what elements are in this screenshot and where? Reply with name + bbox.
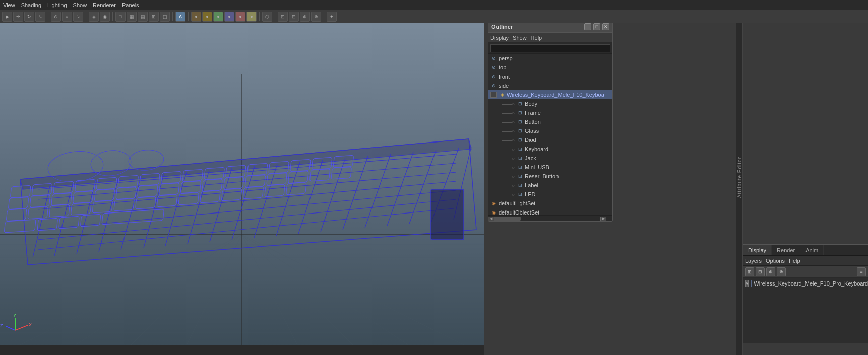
toolbar-btn-cam2[interactable]: ⊟ (289, 12, 299, 22)
layer-tab-display[interactable]: Display (743, 245, 772, 255)
layer-toolbar-btn-2[interactable]: ⊟ (756, 267, 765, 276)
mesh-icon: ⊡ (517, 155, 524, 162)
outliner-item[interactable]: −◈Wireless_Keyboard_Mele_F10_Keyboa (488, 90, 612, 99)
toolbar-btn-move[interactable]: ✛ (13, 12, 23, 22)
outliner-minimize-btn[interactable]: _ (584, 23, 591, 30)
layer-tab-anim[interactable]: Anim (800, 245, 824, 255)
item-label: Reser_Button (525, 173, 559, 179)
menu-lighting[interactable]: Lighting (47, 2, 67, 8)
mesh-icon: ⊡ (517, 164, 524, 171)
attribute-editor-tab[interactable]: Attribute Editor (736, 0, 743, 355)
layer-list[interactable]: VWireless_Keyboard_Mele_F10_Pro_Keyboard… (743, 278, 868, 343)
menu-view[interactable]: View (3, 2, 15, 8)
toolbar-sep-4 (172, 12, 173, 21)
outliner-menu-display[interactable]: Display (490, 35, 509, 41)
toolbar-btn-cam3[interactable]: ⊕ (300, 12, 310, 22)
outliner-item[interactable]: ——○⊡Button (488, 117, 612, 126)
group-icon: ◈ (499, 91, 506, 98)
menu-show[interactable]: Show (73, 2, 87, 8)
outliner-item[interactable]: ——○⊡Diod (488, 135, 612, 145)
toolbar-btn-cam4[interactable]: ⊗ (311, 12, 321, 22)
layer-editor-toolbar: ⊞ ⊟ ⊕ ⊗ ≡ (743, 266, 868, 278)
outliner-item[interactable]: ——○⊡Jack (488, 154, 612, 163)
layer-menu-help[interactable]: Help (789, 258, 800, 264)
outliner-item[interactable]: ——○⊡Frame (488, 108, 612, 117)
toolbar-btn-light1[interactable]: ● (191, 12, 201, 22)
outliner-item[interactable]: ——○⊡Reser_Button (488, 172, 612, 181)
mesh-icon: ⊡ (517, 191, 524, 198)
outliner-scrollbar-h[interactable]: ▶ ◀ (488, 215, 612, 221)
toolbar-btn-light6[interactable]: ● (246, 12, 257, 22)
layer-checkbox[interactable]: V (745, 280, 749, 287)
outliner-menu-show[interactable]: Show (513, 35, 527, 41)
menu-renderer[interactable]: Renderer (93, 2, 116, 8)
outliner-item[interactable]: ——○⊡Keyboard (488, 145, 612, 154)
toolbar-btn-rotate[interactable]: ↻ (24, 12, 34, 22)
outliner-panel: Outliner _ □ ✕ Display Show Help ⊙persp⊙… (488, 20, 613, 222)
toolbar-btn-curve[interactable]: ∿ (73, 12, 83, 22)
toolbar-btn-obj[interactable]: ⬡ (262, 12, 272, 22)
layer-item[interactable]: VWireless_Keyboard_Mele_F10_Pro_Keyboard… (743, 278, 868, 289)
outliner-maximize-btn[interactable]: □ (593, 23, 600, 30)
item-label: Glass (525, 128, 539, 134)
layer-toolbar-btn-5[interactable]: ≡ (857, 267, 866, 276)
toolbar-btn-light5[interactable]: ● (235, 12, 245, 22)
menu-panels[interactable]: Panels (122, 2, 139, 8)
mesh-icon: ⊡ (517, 118, 524, 125)
outliner-item[interactable]: ——○⊡Label (488, 181, 612, 190)
menu-shading[interactable]: Shading (21, 2, 41, 8)
toolbar-sep-7 (275, 12, 275, 21)
toolbar-btn-cam[interactable]: ⊡ (278, 12, 288, 22)
toolbar-btn-grid[interactable]: # (62, 12, 72, 22)
expand-icon[interactable]: − (490, 92, 497, 98)
toolbar-btn-snap[interactable]: ⊙ (51, 12, 61, 22)
outliner-item[interactable]: ◉defaultLightSet (488, 199, 612, 208)
mesh-icon: ⊡ (517, 146, 524, 153)
outliner-content[interactable]: ⊙persp⊙top⊙front⊙side−◈Wireless_Keyboard… (488, 54, 612, 215)
layer-toolbar-btn-4[interactable]: ⊗ (777, 267, 786, 276)
toolbar-btn-light3[interactable]: ● (213, 12, 223, 22)
outliner-item[interactable]: ◉defaultObjectSet (488, 208, 612, 215)
outliner-item[interactable]: ⊙side (488, 81, 612, 90)
toolbar-btn-ui4[interactable]: ⊞ (149, 12, 159, 22)
toolbar-btn-ui5[interactable]: ◫ (160, 12, 170, 22)
layer-toolbar-btn-3[interactable]: ⊕ (766, 267, 775, 276)
layer-menu-layers[interactable]: Layers (745, 258, 762, 264)
outliner-item[interactable]: ⊙front (488, 72, 612, 81)
toolbar-sep-5 (188, 12, 189, 21)
viewport[interactable]: X Y Z (0, 23, 484, 355)
toolbar-sep-2 (86, 12, 86, 21)
layer-tab-render[interactable]: Render (772, 245, 800, 255)
toolbar-btn-a[interactable]: A (175, 12, 185, 22)
toolbar-btn-light4[interactable]: ● (224, 12, 234, 22)
outliner-item[interactable]: ——○⊡Mini_USB (488, 163, 612, 172)
toolbar-btn-render[interactable]: ◈ (89, 12, 99, 22)
item-label: persp (499, 55, 513, 61)
toolbar-btn-ipr[interactable]: ◉ (100, 12, 110, 22)
toolbar-btn-ui2[interactable]: ▦ (127, 12, 137, 22)
outliner-item[interactable]: ——○⊡Glass (488, 126, 612, 135)
outliner-menu-help[interactable]: Help (531, 35, 542, 41)
toolbar-sep-8 (324, 12, 324, 21)
toolbar-btn-ui1[interactable]: □ (115, 12, 126, 22)
connector: ——○ (502, 110, 515, 116)
toolbar-btn-ui3[interactable]: ▤ (138, 12, 148, 22)
connector: ——○ (502, 119, 515, 125)
connector: ——○ (502, 156, 515, 161)
outliner-item[interactable]: ⊙persp (488, 54, 612, 63)
toolbar-btn-select[interactable]: ▶ (2, 12, 12, 22)
toolbar-btn-scale[interactable]: ⤡ (35, 12, 45, 22)
layer-menu-options[interactable]: Options (766, 258, 785, 264)
toolbar-btn-light2[interactable]: ● (202, 12, 212, 22)
outliner-menubar: Display Show Help (488, 33, 612, 43)
outliner-search-input[interactable] (490, 44, 610, 52)
layer-visibility[interactable] (751, 280, 752, 287)
menu-bar: View Shading Lighting Show Renderer Pane… (0, 0, 868, 10)
outliner-item[interactable]: ⊙top (488, 63, 612, 72)
connector: ——○ (502, 192, 515, 197)
outliner-item[interactable]: ——○⊡Body (488, 99, 612, 108)
outliner-close-btn[interactable]: ✕ (602, 23, 609, 30)
layer-toolbar-btn-1[interactable]: ⊞ (745, 267, 754, 276)
toolbar-btn-extra[interactable]: ✦ (327, 12, 337, 22)
outliner-item[interactable]: ——○⊡LED (488, 190, 612, 199)
